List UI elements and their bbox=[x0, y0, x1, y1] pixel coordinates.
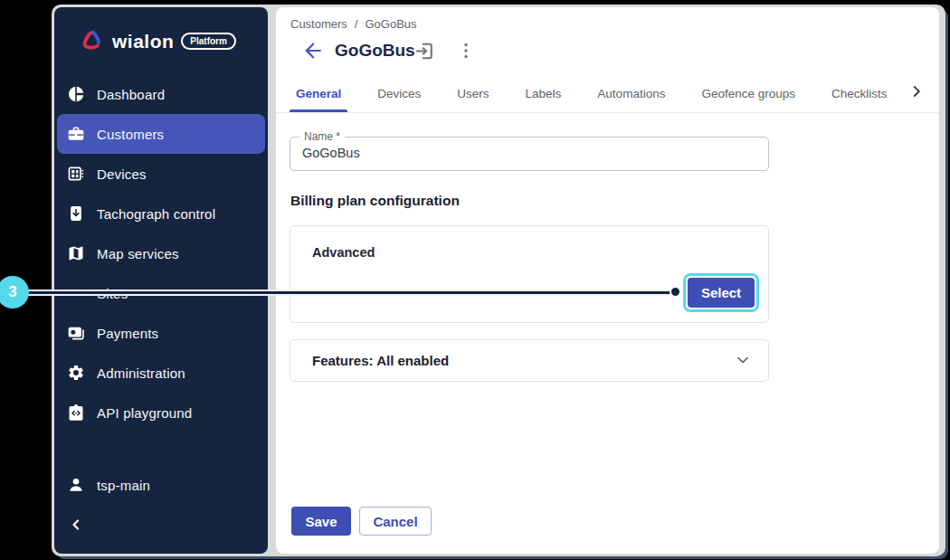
sidebar-collapse-button[interactable] bbox=[57, 505, 265, 545]
breadcrumb-customers[interactable]: Customers bbox=[290, 17, 347, 31]
tab-list: GeneralDevicesUsersLabelsAutomationsGeof… bbox=[276, 74, 939, 113]
sidebar-item-customers[interactable]: Customers bbox=[57, 114, 265, 154]
sidebar-item-map-services[interactable]: Map services bbox=[57, 233, 265, 273]
breadcrumb: Customers / GoGoBus bbox=[290, 17, 417, 31]
sidebar-item-label: Sites bbox=[97, 286, 128, 301]
sidebar: wialon Platform DashboardCustomersDevice… bbox=[54, 7, 268, 554]
payments-icon bbox=[67, 324, 85, 342]
customers-icon bbox=[67, 125, 85, 143]
sidebar-item-label: Payments bbox=[97, 326, 158, 341]
sidebar-item-label: Devices bbox=[97, 166, 147, 182]
sidebar-item-label: API playground bbox=[97, 405, 192, 421]
tab-automations[interactable]: Automations bbox=[579, 74, 683, 112]
sidebar-item-label: Customers bbox=[97, 127, 164, 142]
billing-plan-card: Advanced Select bbox=[290, 225, 769, 323]
app-window: wialon Platform DashboardCustomersDevice… bbox=[52, 5, 945, 556]
user-icon bbox=[67, 476, 85, 494]
tab-geofence-groups[interactable]: Geofence groups bbox=[683, 74, 813, 112]
tab-checklists[interactable]: Checklists bbox=[813, 74, 906, 112]
name-field-value: GoGoBus bbox=[302, 138, 360, 169]
tabs-overflow-chevron-icon[interactable] bbox=[907, 81, 926, 101]
sidebar-item-sites[interactable]: Sites bbox=[57, 273, 265, 313]
annotation-step-badge: 3 bbox=[0, 276, 29, 308]
content-panel: Customers / GoGoBus GoGoBus bbox=[276, 7, 939, 554]
breadcrumb-separator: / bbox=[355, 17, 358, 31]
tab-labels[interactable]: Labels bbox=[508, 74, 580, 112]
tab-devices[interactable]: Devices bbox=[359, 74, 439, 112]
devices-icon bbox=[67, 165, 85, 183]
back-arrow-icon[interactable] bbox=[301, 39, 325, 62]
sidebar-nav: DashboardCustomersDevicesTachograph cont… bbox=[54, 74, 268, 432]
brand-logo: wialon Platform bbox=[80, 29, 268, 53]
api-icon bbox=[67, 403, 85, 422]
dashboard-icon bbox=[67, 85, 85, 103]
sidebar-bottom: tsp-main bbox=[54, 465, 268, 545]
map-icon bbox=[67, 244, 85, 262]
sidebar-item-payments[interactable]: Payments bbox=[57, 313, 265, 353]
wialon-logo-icon bbox=[80, 29, 104, 53]
save-button[interactable]: Save bbox=[291, 507, 351, 536]
name-field[interactable]: Name * GoGoBus bbox=[290, 137, 769, 171]
tab-users[interactable]: Users bbox=[439, 74, 507, 112]
features-label: Features: All enabled bbox=[312, 340, 449, 381]
sidebar-item-label: Dashboard bbox=[97, 87, 165, 102]
gear-icon bbox=[67, 364, 85, 382]
brand-name: wialon bbox=[112, 31, 174, 52]
select-button-highlight-ring: Select bbox=[683, 273, 759, 312]
login-as-icon[interactable] bbox=[413, 40, 436, 62]
tab-general[interactable]: General bbox=[278, 74, 359, 112]
sidebar-item-label: Administration bbox=[97, 365, 185, 381]
chevron-left-icon bbox=[67, 516, 85, 534]
sidebar-item-label: Tachograph control bbox=[97, 206, 215, 222]
chevron-down-icon bbox=[734, 351, 752, 369]
sidebar-item-administration[interactable]: Administration bbox=[57, 353, 265, 393]
cancel-button[interactable]: Cancel bbox=[359, 507, 432, 536]
sidebar-item-api-playground[interactable]: API playground bbox=[57, 393, 265, 432]
sidebar-user[interactable]: tsp-main bbox=[57, 465, 265, 505]
page-title: GoGoBus bbox=[335, 41, 415, 61]
billing-plan-name: Advanced bbox=[312, 245, 375, 260]
tachograph-icon bbox=[67, 204, 85, 223]
screenshot-stage: wialon Platform DashboardCustomersDevice… bbox=[0, 0, 950, 560]
title-row: GoGoBus bbox=[276, 38, 939, 65]
select-plan-button[interactable]: Select bbox=[688, 278, 755, 308]
sidebar-item-dashboard[interactable]: Dashboard bbox=[57, 74, 265, 114]
breadcrumb-current: GoGoBus bbox=[365, 17, 416, 31]
sidebar-item-label: Map services bbox=[97, 246, 179, 261]
sites-icon bbox=[67, 284, 85, 302]
sidebar-item-tachograph-control[interactable]: Tachograph control bbox=[57, 194, 265, 233]
brand-platform-badge: Platform bbox=[181, 33, 236, 50]
sidebar-user-label: tsp-main bbox=[97, 478, 150, 493]
sidebar-item-devices[interactable]: Devices bbox=[57, 154, 265, 194]
features-expander[interactable]: Features: All enabled bbox=[290, 339, 769, 382]
kebab-menu-icon[interactable] bbox=[455, 40, 477, 62]
billing-section-title: Billing plan configuration bbox=[290, 193, 460, 209]
